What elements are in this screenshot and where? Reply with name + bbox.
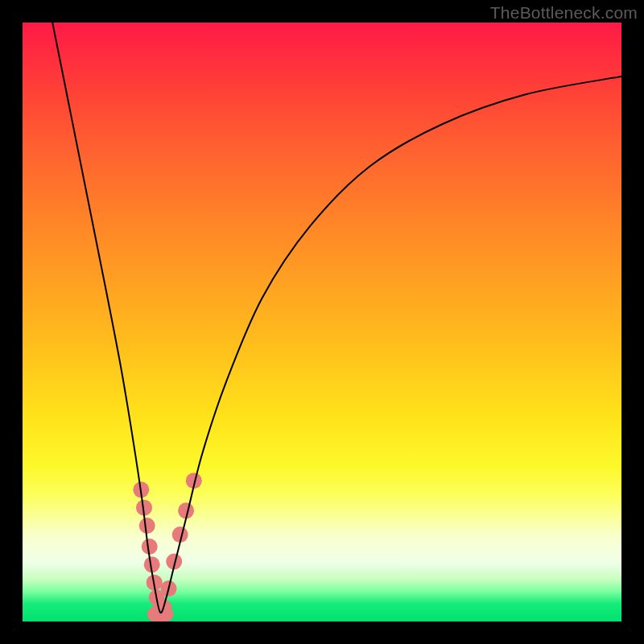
chart-plot-area [23, 23, 621, 621]
watermark-text: TheBottleneck.com [490, 3, 638, 23]
chart-marker [139, 518, 155, 534]
chart-svg [23, 23, 621, 621]
chart-marker [159, 607, 174, 621]
chart-marker [142, 539, 158, 555]
chart-curve [52, 23, 621, 613]
chart-outer-frame: TheBottleneck.com [0, 0, 644, 644]
